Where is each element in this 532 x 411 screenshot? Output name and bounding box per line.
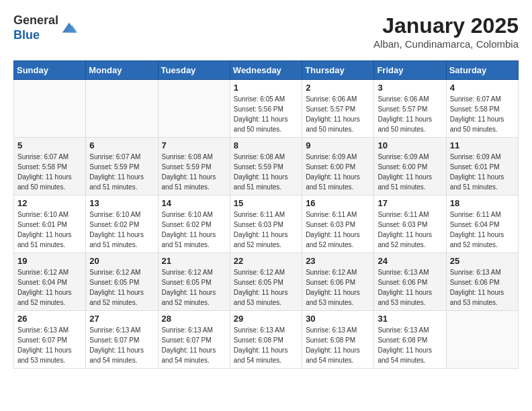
calendar-table: SundayMondayTuesdayWednesdayThursdayFrid… <box>13 60 519 369</box>
page-header: General Blue January 2025 Alban, Cundina… <box>13 13 519 50</box>
daylight-text: Daylight: 11 hours and 51 minutes. <box>306 172 370 192</box>
sunrise-text: Sunrise: 6:07 AM <box>89 152 154 162</box>
sunrise-text: Sunrise: 6:12 AM <box>89 267 154 277</box>
day-number: 16 <box>306 198 370 208</box>
sunset-text: Sunset: 6:01 PM <box>17 220 82 230</box>
calendar-cell: 27Sunrise: 6:13 AMSunset: 6:07 PMDayligh… <box>86 311 158 369</box>
sunrise-text: Sunrise: 6:09 AM <box>450 152 515 162</box>
day-info: Sunrise: 6:11 AMSunset: 6:04 PMDaylight:… <box>450 210 515 250</box>
sunrise-text: Sunrise: 6:06 AM <box>378 94 442 104</box>
sunrise-text: Sunrise: 6:07 AM <box>17 152 82 162</box>
sunset-text: Sunset: 5:59 PM <box>234 162 298 172</box>
calendar-cell <box>86 80 158 138</box>
calendar-cell: 2Sunrise: 6:06 AMSunset: 5:57 PMDaylight… <box>302 80 374 138</box>
day-info: Sunrise: 6:06 AMSunset: 5:57 PMDaylight:… <box>306 94 370 134</box>
day-number: 6 <box>89 140 154 150</box>
calendar-cell: 22Sunrise: 6:12 AMSunset: 6:05 PMDayligh… <box>230 253 302 311</box>
daylight-text: Daylight: 11 hours and 53 minutes. <box>17 345 82 365</box>
day-number: 5 <box>17 140 82 150</box>
day-info: Sunrise: 6:13 AMSunset: 6:07 PMDaylight:… <box>162 325 226 365</box>
daylight-text: Daylight: 11 hours and 51 minutes. <box>162 172 226 192</box>
sunrise-text: Sunrise: 6:13 AM <box>378 267 442 277</box>
sunrise-text: Sunrise: 6:11 AM <box>450 210 515 220</box>
day-info: Sunrise: 6:10 AMSunset: 6:01 PMDaylight:… <box>17 210 82 250</box>
day-info: Sunrise: 6:05 AMSunset: 5:56 PMDaylight:… <box>234 94 298 134</box>
day-number: 4 <box>450 83 515 93</box>
daylight-text: Daylight: 11 hours and 51 minutes. <box>89 172 154 192</box>
sunrise-text: Sunrise: 6:11 AM <box>378 210 442 220</box>
weekday-header-row: SundayMondayTuesdayWednesdayThursdayFrid… <box>14 61 519 80</box>
day-number: 21 <box>162 256 226 266</box>
calendar-cell: 1Sunrise: 6:05 AMSunset: 5:56 PMDaylight… <box>230 80 302 138</box>
calendar-cell: 4Sunrise: 6:07 AMSunset: 5:58 PMDaylight… <box>446 80 518 138</box>
calendar-cell: 20Sunrise: 6:12 AMSunset: 6:05 PMDayligh… <box>86 253 158 311</box>
sunrise-text: Sunrise: 6:12 AM <box>234 267 298 277</box>
daylight-text: Daylight: 11 hours and 52 minutes. <box>162 287 226 308</box>
sunset-text: Sunset: 6:07 PM <box>89 335 154 345</box>
day-info: Sunrise: 6:12 AMSunset: 6:06 PMDaylight:… <box>306 267 370 308</box>
sunrise-text: Sunrise: 6:11 AM <box>234 210 298 220</box>
calendar-cell: 13Sunrise: 6:10 AMSunset: 6:02 PMDayligh… <box>86 195 158 253</box>
day-info: Sunrise: 6:13 AMSunset: 6:07 PMDaylight:… <box>17 325 82 365</box>
day-number: 29 <box>234 314 298 324</box>
calendar-cell: 11Sunrise: 6:09 AMSunset: 6:01 PMDayligh… <box>446 138 518 195</box>
day-number: 8 <box>234 140 298 150</box>
day-info: Sunrise: 6:09 AMSunset: 6:00 PMDaylight:… <box>378 152 442 192</box>
calendar-cell: 19Sunrise: 6:12 AMSunset: 6:04 PMDayligh… <box>14 253 86 311</box>
day-info: Sunrise: 6:12 AMSunset: 6:05 PMDaylight:… <box>162 267 226 308</box>
sunrise-text: Sunrise: 6:10 AM <box>162 210 226 220</box>
day-number: 25 <box>450 256 515 266</box>
calendar-cell: 28Sunrise: 6:13 AMSunset: 6:07 PMDayligh… <box>158 311 230 369</box>
daylight-text: Daylight: 11 hours and 54 minutes. <box>306 345 370 365</box>
day-info: Sunrise: 6:13 AMSunset: 6:08 PMDaylight:… <box>378 325 442 365</box>
sunset-text: Sunset: 6:08 PM <box>306 335 370 345</box>
sunrise-text: Sunrise: 6:13 AM <box>17 325 82 335</box>
month-title: January 2025 <box>373 13 519 38</box>
daylight-text: Daylight: 11 hours and 50 minutes. <box>450 114 515 134</box>
sunset-text: Sunset: 6:06 PM <box>306 277 370 287</box>
day-number: 30 <box>306 314 370 324</box>
sunset-text: Sunset: 5:58 PM <box>450 104 515 114</box>
daylight-text: Daylight: 11 hours and 54 minutes. <box>234 345 298 365</box>
sunset-text: Sunset: 6:05 PM <box>162 277 226 287</box>
sunset-text: Sunset: 6:07 PM <box>162 335 226 345</box>
sunset-text: Sunset: 5:56 PM <box>234 104 298 114</box>
sunrise-text: Sunrise: 6:12 AM <box>17 267 82 277</box>
logo: General Blue <box>13 13 79 42</box>
daylight-text: Daylight: 11 hours and 52 minutes. <box>306 230 370 250</box>
day-info: Sunrise: 6:07 AMSunset: 5:59 PMDaylight:… <box>89 152 154 192</box>
day-number: 11 <box>450 140 515 150</box>
calendar-week-row: 26Sunrise: 6:13 AMSunset: 6:07 PMDayligh… <box>14 311 519 369</box>
sunset-text: Sunset: 5:57 PM <box>378 104 442 114</box>
daylight-text: Daylight: 11 hours and 52 minutes. <box>17 287 82 308</box>
sunrise-text: Sunrise: 6:10 AM <box>89 210 154 220</box>
day-number: 20 <box>89 256 154 266</box>
sunset-text: Sunset: 6:04 PM <box>450 220 515 230</box>
sunset-text: Sunset: 6:03 PM <box>378 220 442 230</box>
sunrise-text: Sunrise: 6:13 AM <box>306 325 370 335</box>
day-number: 31 <box>378 314 442 324</box>
daylight-text: Daylight: 11 hours and 54 minutes. <box>378 345 442 365</box>
day-info: Sunrise: 6:07 AMSunset: 5:58 PMDaylight:… <box>450 94 515 134</box>
sunset-text: Sunset: 6:07 PM <box>17 335 82 345</box>
calendar-cell: 8Sunrise: 6:08 AMSunset: 5:59 PMDaylight… <box>230 138 302 195</box>
day-info: Sunrise: 6:08 AMSunset: 5:59 PMDaylight:… <box>162 152 226 192</box>
day-info: Sunrise: 6:11 AMSunset: 6:03 PMDaylight:… <box>306 210 370 250</box>
sunrise-text: Sunrise: 6:08 AM <box>162 152 226 162</box>
day-number: 9 <box>306 140 370 150</box>
location: Alban, Cundinamarca, Colombia <box>373 38 519 50</box>
calendar-cell: 25Sunrise: 6:13 AMSunset: 6:06 PMDayligh… <box>446 253 518 311</box>
day-number: 26 <box>17 314 82 324</box>
daylight-text: Daylight: 11 hours and 52 minutes. <box>450 230 515 250</box>
day-info: Sunrise: 6:13 AMSunset: 6:07 PMDaylight:… <box>89 325 154 365</box>
sunset-text: Sunset: 6:06 PM <box>450 277 515 287</box>
day-info: Sunrise: 6:12 AMSunset: 6:05 PMDaylight:… <box>89 267 154 308</box>
weekday-header: Wednesday <box>230 61 302 80</box>
day-info: Sunrise: 6:12 AMSunset: 6:04 PMDaylight:… <box>17 267 82 308</box>
sunrise-text: Sunrise: 6:12 AM <box>306 267 370 277</box>
day-number: 24 <box>378 256 442 266</box>
daylight-text: Daylight: 11 hours and 51 minutes. <box>89 230 154 250</box>
day-info: Sunrise: 6:07 AMSunset: 5:58 PMDaylight:… <box>17 152 82 192</box>
daylight-text: Daylight: 11 hours and 54 minutes. <box>89 345 154 365</box>
weekday-header: Thursday <box>302 61 374 80</box>
